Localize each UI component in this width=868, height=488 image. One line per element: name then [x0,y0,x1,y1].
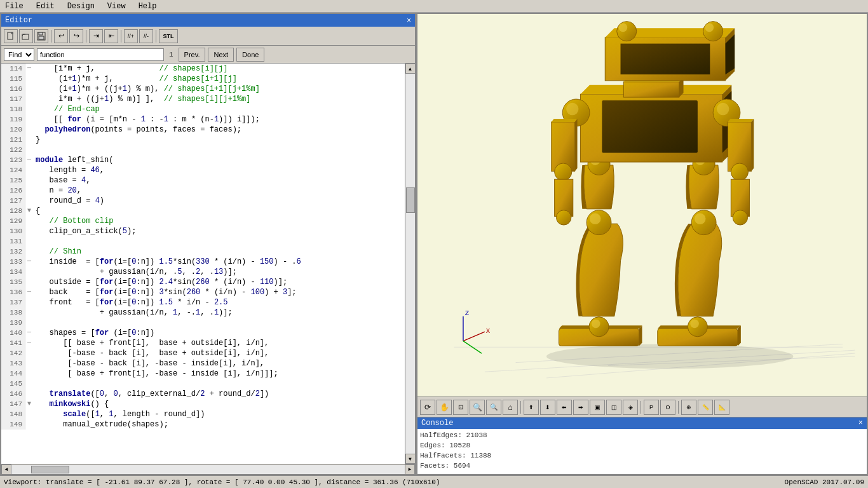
reset-view-button[interactable]: ⌂ [503,400,518,415]
line-number: 115 [1,74,25,84]
line-number: 138 [1,308,25,318]
menu-help[interactable]: Help [136,2,159,11]
line-number: 114 [1,64,25,74]
scroll-thumb[interactable] [406,187,415,213]
unindent-button[interactable]: ⇤ [104,29,118,43]
zoom-out-button[interactable]: 🔍 [486,400,501,415]
uncomment-button[interactable]: //- [139,29,153,43]
right-view-button[interactable]: ➡ [573,400,588,415]
svg-point-18 [589,317,609,337]
scroll-left-arrow[interactable]: ◄ [1,464,11,475]
line-number: 140 [1,328,25,338]
ruler-button[interactable]: 📏 [698,400,713,415]
next-button[interactable]: Next [208,48,234,62]
prev-button[interactable]: Prev. [179,48,206,62]
fold-indicator[interactable]: ─ [25,257,33,267]
console-close[interactable]: × [858,419,863,428]
indent-button[interactable]: ⇥ [89,29,103,43]
new-file-button[interactable] [4,29,18,43]
menu-design[interactable]: Design [65,2,97,11]
console-content[interactable]: HalfEdges: 21038Edges: 10528HalfFacets: … [417,429,867,474]
fold-indicator[interactable]: ─ [25,338,33,348]
console-panel: Console × HalfEdges: 21038Edges: 10528Ha… [417,417,867,474]
code-line: 148 scale([1, 1, length - round_d]) [1,409,405,419]
menu-edit[interactable]: Edit [34,2,57,11]
front-view-button[interactable]: ▣ [590,400,605,415]
fold-indicator[interactable]: ─ [25,155,33,165]
editor-close-button[interactable]: × [407,16,411,25]
menu-file[interactable]: File [3,2,26,11]
stl-button[interactable]: STL [159,29,178,43]
main-content: Editor × ↩ ↪ ⇥ ⇤ [0,13,868,475]
svg-text:Z: Z [465,309,470,317]
fold-indicator [25,114,33,125]
fold-indicator[interactable]: ▼ [25,399,33,409]
svg-point-38 [717,103,729,115]
fold-indicator [25,419,33,430]
svg-text:X: X [486,327,491,335]
horizontal-scrollbar[interactable]: ◄ ► [1,464,415,474]
svg-rect-3 [39,32,43,35]
open-file-button[interactable] [19,29,33,43]
line-number: 120 [1,125,25,135]
fold-indicator[interactable]: ─ [25,64,33,74]
fold-indicator[interactable]: ▼ [25,206,33,216]
fold-indicator [25,186,33,196]
fold-indicator[interactable]: ─ [25,287,33,297]
line-number: 131 [1,236,25,247]
view-toolbar-sep-1 [520,401,521,414]
viewport-3d[interactable]: Z X [417,14,867,396]
find-input[interactable] [37,48,164,61]
save-file-button[interactable] [34,29,48,43]
left-view-button[interactable]: ⬅ [557,400,572,415]
console-line: Facets: 5694 [420,461,864,471]
pan-view-button[interactable]: ✋ [437,400,452,415]
code-line: 141─ [[ base + front[i], base + outside[… [1,338,405,348]
find-mode-select[interactable]: Find [4,48,34,61]
diagonal-view-button[interactable]: ◈ [623,400,638,415]
code-line: 138 + gaussian(i/n, 1, -.1, .1)]; [1,308,405,318]
line-number: 121 [1,135,25,145]
scroll-right-arrow[interactable]: ► [405,464,415,475]
perspective-button[interactable]: P [644,400,659,415]
line-number: 146 [1,389,25,399]
vertical-scrollbar[interactable]: ▲ ▼ [405,64,415,464]
fold-indicator [25,247,33,257]
done-button[interactable]: Done [236,48,264,62]
svg-marker-17 [738,325,741,346]
fold-indicator [25,409,33,419]
svg-marker-55 [728,119,754,122]
code-line: 140─ shapes = [for (i=[0:n]) [1,328,405,338]
code-scroll-area[interactable]: 114─ [i*m + j, // shapes[i][j]115 (i+1)*… [1,64,405,464]
viewport-info: Viewport: translate = [ -21.61 89.37 67.… [4,478,440,486]
toolbar-separator-3 [121,30,121,43]
undo-button[interactable]: ↩ [54,29,68,43]
toolbar-separator-1 [51,30,51,43]
svg-marker-52 [552,119,578,122]
find-count: 1 [166,51,176,58]
zoom-all-button[interactable]: ⊡ [453,400,468,415]
code-line: 126 n = 20, [1,186,405,196]
top-view-button[interactable]: ⬆ [524,400,539,415]
measure-button[interactable]: 📐 [714,400,729,415]
back-view-button[interactable]: ◫ [606,400,621,415]
editor-panel: Editor × ↩ ↪ ⇥ ⇤ [0,13,416,475]
line-number: 128 [1,206,25,216]
svg-rect-45 [621,44,710,75]
zoom-in-button[interactable]: 🔍 [470,400,485,415]
fold-indicator [25,74,33,84]
comment-button[interactable]: //+ [124,29,138,43]
line-number: 145 [1,379,25,389]
scroll-down-arrow[interactable]: ▼ [405,454,416,464]
fold-indicator[interactable]: ─ [25,328,33,338]
rotate-view-button[interactable]: ⟳ [420,400,435,415]
fold-indicator [25,369,33,379]
h-scroll-thumb[interactable] [31,466,69,473]
line-number: 148 [1,409,25,419]
scroll-up-arrow[interactable]: ▲ [405,64,416,74]
menu-view[interactable]: View [105,2,128,11]
axes-button[interactable]: ⊕ [681,400,696,415]
ortho-button[interactable]: O [660,400,675,415]
redo-button[interactable]: ↪ [69,29,83,43]
bottom-view-button[interactable]: ⬇ [540,400,555,415]
